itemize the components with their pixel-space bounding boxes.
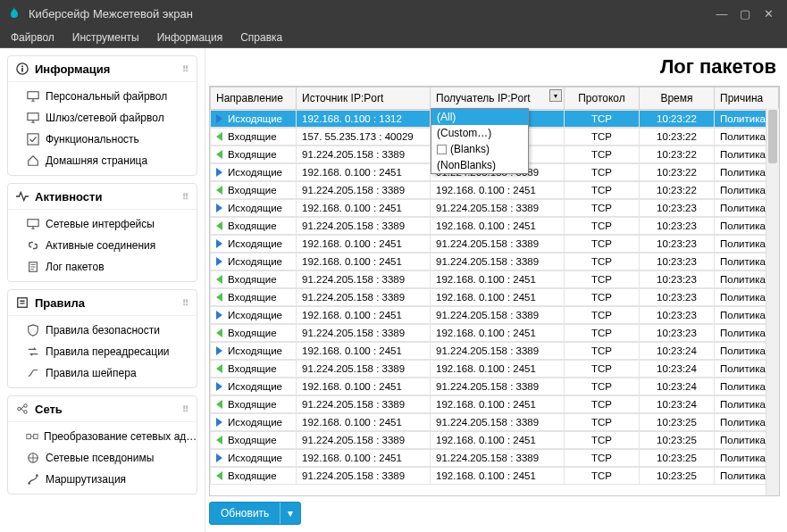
table-row[interactable]: Исходящие192.168. 0.100 : 245191.224.205… xyxy=(210,378,779,395)
sidebar-item[interactable]: Правила переадресации xyxy=(8,341,197,362)
table-row[interactable]: Входящие91.224.205.158 : 3389192.168. 0.… xyxy=(210,467,779,485)
table-row[interactable]: Исходящие192.168. 0.100 : 245191.224.205… xyxy=(210,306,779,324)
svg-rect-2 xyxy=(21,66,23,68)
drag-handle-icon[interactable]: ⠿ xyxy=(182,298,189,308)
cell-protocol: TCP xyxy=(565,129,640,145)
minimize-button[interactable]: — xyxy=(710,4,733,22)
sidebar-item[interactable]: Маршрутизация xyxy=(8,469,197,490)
table-row[interactable]: Входящие91.224.205.158 : 3389192.168. 0.… xyxy=(210,288,779,306)
col-time[interactable]: Время xyxy=(640,87,715,110)
sidebar-item[interactable]: Правила шейпера xyxy=(8,362,197,384)
filter-button[interactable]: ▾ xyxy=(549,89,562,102)
col-source[interactable]: Источник IP:Port xyxy=(297,87,431,110)
close-button[interactable]: ✕ xyxy=(757,4,780,22)
table-row[interactable]: Входящие91.224.205.158 : 3389192.168. 0.… xyxy=(210,324,779,342)
section-header[interactable]: Информация⠿ xyxy=(8,56,197,82)
cell-protocol: TCP xyxy=(565,218,640,235)
shield-icon xyxy=(26,323,40,337)
table-row[interactable]: Исходящие192.168. 0.100 : 245191.224.205… xyxy=(210,413,779,431)
cell-source: 91.224.205.158 : 3389 xyxy=(297,468,431,485)
cell-protocol: TCP xyxy=(565,414,640,431)
cell-protocol: TCP xyxy=(565,182,640,199)
section-title: Сеть xyxy=(35,403,63,416)
sidebar-item[interactable]: Преобразование сетевых ад… xyxy=(8,426,197,447)
table-row[interactable]: Входящие91.224.205.158 : 3389192.168. 0.… xyxy=(210,270,779,288)
sidebar-item[interactable]: Шлюз/сетевой файрвол xyxy=(8,107,197,129)
section-header[interactable]: Сеть⠿ xyxy=(8,396,197,422)
col-direction[interactable]: Направление xyxy=(211,87,297,110)
drag-handle-icon[interactable]: ⠿ xyxy=(182,192,189,202)
shaper-icon xyxy=(26,366,40,380)
sidebar-item[interactable]: Домашняя страница xyxy=(8,150,197,171)
cell-source: 192.168. 0.100 : 2451 xyxy=(297,236,431,253)
svg-rect-3 xyxy=(28,92,38,99)
menu-firewall[interactable]: Файрвол xyxy=(4,29,62,46)
cell-source: 91.224.205.158 : 3389 xyxy=(297,182,431,199)
menu-help[interactable]: Справка xyxy=(233,29,289,46)
direction-label: Входящие xyxy=(228,185,277,195)
cell-source: 192.168. 0.100 : 2451 xyxy=(297,450,431,467)
svg-rect-13 xyxy=(34,434,38,438)
table-row[interactable]: Входящие91.224.205.158 : 3389192.168. 0.… xyxy=(210,360,779,378)
col-dest[interactable]: Получатель IP:Port ▾ xyxy=(431,87,565,110)
cell-protocol: TCP xyxy=(565,271,640,288)
cell-source: 192.168. 0.100 : 2451 xyxy=(297,414,431,431)
table-row[interactable]: Входящие91.224.205.158 : 3389192.168. 0.… xyxy=(210,181,779,199)
table-row[interactable]: Исходящие192.168. 0.100 : 245191.224.205… xyxy=(210,449,779,467)
sidebar-item[interactable]: Функциональность xyxy=(8,129,197,150)
section-header[interactable]: Активности⠿ xyxy=(8,184,197,210)
table-row[interactable]: Исходящие192.168. 0.100 : 245191.224.205… xyxy=(210,253,779,270)
svg-rect-12 xyxy=(27,434,30,438)
filter-opt-blanks[interactable]: (Blanks) xyxy=(431,141,528,157)
cell-protocol: TCP xyxy=(565,164,640,181)
table-row[interactable]: Входящие91.224.205.158 : 3389192.168. 0.… xyxy=(210,395,779,413)
table-row[interactable]: Входящие91.224.205.158 : 3389192.168. 0.… xyxy=(210,217,779,235)
svg-point-16 xyxy=(36,474,38,477)
cell-source: 91.224.205.158 : 3389 xyxy=(297,396,431,413)
monitor-icon xyxy=(26,111,40,125)
arrow-left-icon xyxy=(216,364,222,373)
col-protocol[interactable]: Протокол xyxy=(565,87,640,110)
filter-opt-custom[interactable]: (Custom…) xyxy=(431,125,528,141)
sidebar-item[interactable]: Персональный файрвол xyxy=(8,86,197,107)
menu-info[interactable]: Информация xyxy=(150,29,230,46)
cell-source: 192.168. 0.100 : 2451 xyxy=(297,200,431,217)
app-icon xyxy=(7,6,21,21)
cell-time: 10:23:23 xyxy=(640,307,715,324)
sidebar-item[interactable]: Сетевые интерфейсы xyxy=(8,213,197,235)
arrow-right-icon xyxy=(216,453,222,462)
sidebar-section: Правила⠿Правила безопасностиПравила пере… xyxy=(7,289,197,388)
col-reason[interactable]: Причина xyxy=(715,87,779,110)
table-row[interactable]: Входящие91.224.205.158 : 3389192.168. 0.… xyxy=(210,431,779,449)
drag-handle-icon[interactable]: ⠿ xyxy=(182,64,189,74)
filter-opt-all[interactable]: (All) xyxy=(431,109,528,125)
vertical-scrollbar[interactable] xyxy=(766,108,779,495)
chevron-down-icon[interactable]: ▾ xyxy=(280,503,300,524)
arrow-right-icon xyxy=(216,346,222,355)
sidebar-item[interactable]: Правила безопасности xyxy=(8,320,197,341)
cell-time: 10:23:24 xyxy=(640,343,715,360)
sidebar-item-label: Шлюз/сетевой файрвол xyxy=(46,112,164,124)
menu-tools[interactable]: Инструменты xyxy=(65,29,147,46)
sidebar-item[interactable]: Активные соединения xyxy=(8,235,197,256)
maximize-button[interactable]: ▢ xyxy=(733,4,757,22)
cell-protocol: TCP xyxy=(565,343,640,360)
arrow-right-icon xyxy=(216,239,222,248)
direction-label: Исходящие xyxy=(228,256,282,267)
svg-point-10 xyxy=(24,404,28,408)
table-row[interactable]: Исходящие192.168. 0.100 : 245191.224.205… xyxy=(210,235,779,253)
direction-label: Входящие xyxy=(228,274,277,285)
arrow-left-icon xyxy=(216,186,222,195)
sidebar: Информация⠿Персональный файрволШлюз/сете… xyxy=(0,48,205,532)
table-row[interactable]: Исходящие192.168. 0.100 : 245191.224.205… xyxy=(210,342,779,360)
table-row[interactable]: Исходящие192.168. 0.100 : 245191.224.205… xyxy=(210,199,779,217)
filter-opt-nonblanks[interactable]: (NonBlanks) xyxy=(431,157,528,173)
update-button[interactable]: Обновить ▾ xyxy=(209,502,301,525)
section-header[interactable]: Правила⠿ xyxy=(8,290,197,316)
sidebar-item[interactable]: Лог пакетов xyxy=(8,256,197,278)
cell-protocol: TCP xyxy=(565,432,640,449)
sidebar-item-label: Активные соединения xyxy=(46,239,155,252)
sidebar-item[interactable]: Сетевые псевдонимы xyxy=(8,447,197,469)
cell-source: 157. 55.235.173 : 40029 xyxy=(297,129,431,145)
drag-handle-icon[interactable]: ⠿ xyxy=(182,404,189,414)
